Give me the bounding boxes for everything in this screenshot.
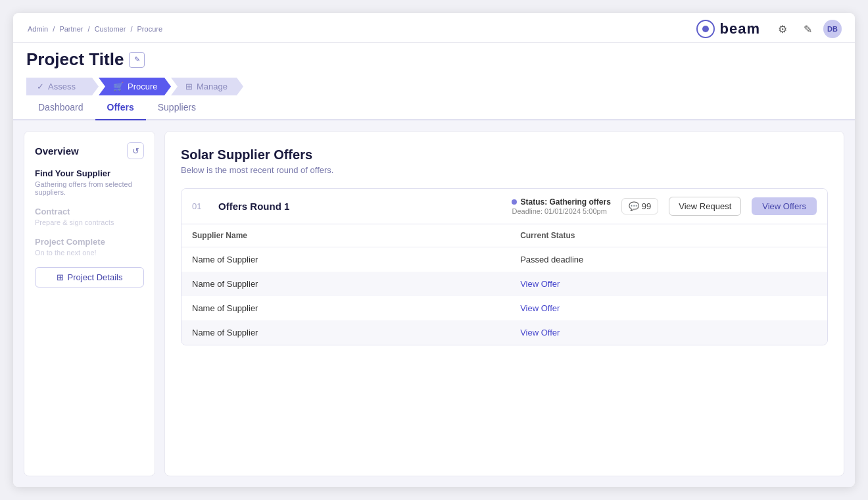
project-title: Project Title bbox=[26, 49, 124, 70]
sidebar-title: Overview bbox=[35, 145, 79, 157]
breadcrumb-sep1: / bbox=[53, 25, 57, 33]
contract-desc: Prepare & sign contracts bbox=[35, 218, 144, 226]
logo-text: beam bbox=[720, 20, 760, 38]
assess-icon: ✓ bbox=[37, 82, 44, 91]
view-offer-link[interactable]: View Offer bbox=[520, 303, 560, 313]
project-complete-title: Project Complete bbox=[35, 237, 144, 247]
status-dot bbox=[512, 199, 517, 205]
breadcrumb-partner[interactable]: Partner bbox=[59, 25, 83, 33]
tab-offers[interactable]: Offers bbox=[95, 95, 146, 120]
offers-panel-title: Solar Supplier Offers bbox=[181, 147, 828, 162]
breadcrumb-sep2: / bbox=[88, 25, 92, 33]
step-assess[interactable]: ✓ Assess bbox=[26, 78, 99, 95]
supplier-name-cell: Name of Supplier bbox=[181, 320, 510, 345]
status-badge: Status: Gathering offers bbox=[512, 197, 610, 207]
edit-page-icon[interactable]: ✎ bbox=[798, 20, 817, 38]
comment-icon: 💬 bbox=[629, 201, 639, 211]
project-details-label: Project Details bbox=[68, 272, 123, 282]
supplier-status-cell: Passed deadline bbox=[510, 247, 827, 272]
tabs-bar: Dashboard Offers Suppliers bbox=[13, 95, 855, 120]
round-title: Offers Round 1 bbox=[218, 201, 501, 212]
supplier-name-cell: Name of Supplier bbox=[181, 296, 510, 320]
logo-area: beam ⚙ ✎ DB bbox=[696, 20, 842, 38]
step-procure[interactable]: 🛒 Procure bbox=[99, 78, 171, 95]
view-request-button[interactable]: View Request bbox=[669, 197, 741, 216]
round-card-1: 01 Offers Round 1 Status: Gathering offe… bbox=[181, 188, 828, 345]
gear-icon[interactable]: ⚙ bbox=[773, 20, 792, 38]
avatar[interactable]: DB bbox=[823, 20, 842, 38]
offers-panel-subtitle: Below is the most recent round of offers… bbox=[181, 165, 828, 175]
step-procure-label: Procure bbox=[128, 82, 158, 91]
topbar: Admin / Partner / Customer / Procure bea… bbox=[13, 13, 855, 43]
deadline-text: Deadline: 01/01/2024 5:00pm bbox=[512, 207, 610, 215]
status-block: Status: Gathering offers Deadline: 01/01… bbox=[512, 197, 610, 215]
col-supplier-name: Supplier Name bbox=[181, 224, 510, 247]
breadcrumb-customer[interactable]: Customer bbox=[95, 25, 126, 33]
project-complete-desc: On to the next one! bbox=[35, 249, 144, 257]
topbar-icons: ⚙ ✎ DB bbox=[773, 20, 842, 38]
sidebar-section-find-supplier: Find Your Supplier Gathering offers from… bbox=[35, 168, 144, 196]
project-edit-button[interactable]: ✎ bbox=[129, 52, 145, 68]
pipeline: ✓ Assess 🛒 Procure ⊞ Manage bbox=[26, 78, 842, 95]
main-content: Overview ↺ Find Your Supplier Gathering … bbox=[13, 120, 855, 487]
table-row: Name of SupplierView Offer bbox=[181, 296, 827, 320]
table-row: Name of SupplierPassed deadline bbox=[181, 247, 827, 272]
history-icon[interactable]: ↺ bbox=[127, 142, 144, 159]
supplier-status-cell[interactable]: View Offer bbox=[510, 320, 827, 345]
view-offer-link[interactable]: View Offer bbox=[520, 328, 560, 338]
find-supplier-title: Find Your Supplier bbox=[35, 168, 144, 178]
tab-dashboard[interactable]: Dashboard bbox=[26, 95, 95, 120]
step-manage-label: Manage bbox=[197, 82, 228, 91]
app-window: Admin / Partner / Customer / Procure bea… bbox=[13, 13, 855, 487]
sidebar-header: Overview ↺ bbox=[35, 142, 144, 159]
supplier-name-cell: Name of Supplier bbox=[181, 247, 510, 272]
breadcrumb: Admin / Partner / Customer / Procure bbox=[26, 25, 164, 33]
supplier-name-cell: Name of Supplier bbox=[181, 272, 510, 296]
table-row: Name of SupplierView Offer bbox=[181, 272, 827, 296]
comments-count: 99 bbox=[642, 201, 651, 211]
round-header: 01 Offers Round 1 Status: Gathering offe… bbox=[181, 189, 827, 224]
sidebar-section-project-complete: Project Complete On to the next one! bbox=[35, 237, 144, 257]
logo-icon bbox=[696, 20, 715, 38]
supplier-table: Supplier Name Current Status Name of Sup… bbox=[181, 224, 827, 345]
sidebar: Overview ↺ Find Your Supplier Gathering … bbox=[24, 131, 155, 476]
project-details-button[interactable]: ⊞ Project Details bbox=[35, 267, 144, 288]
sidebar-section-contract: Contract Prepare & sign contracts bbox=[35, 207, 144, 226]
project-title-row: Project Title ✎ bbox=[26, 49, 842, 70]
supplier-status-cell[interactable]: View Offer bbox=[510, 272, 827, 296]
round-number: 01 bbox=[192, 201, 208, 211]
status-label: Status: Gathering offers bbox=[520, 197, 610, 207]
project-header: Project Title ✎ ✓ Assess 🛒 Procure ⊞ Man… bbox=[13, 43, 855, 95]
tab-suppliers[interactable]: Suppliers bbox=[146, 95, 208, 120]
find-supplier-desc: Gathering offers from selected suppliers… bbox=[35, 180, 144, 196]
step-assess-label: Assess bbox=[48, 82, 76, 91]
view-offer-link[interactable]: View Offer bbox=[520, 279, 560, 289]
breadcrumb-procure[interactable]: Procure bbox=[137, 25, 163, 33]
comments-badge[interactable]: 💬 99 bbox=[621, 198, 658, 214]
breadcrumb-sep3: / bbox=[130, 25, 134, 33]
breadcrumb-admin[interactable]: Admin bbox=[28, 25, 48, 33]
supplier-status-cell[interactable]: View Offer bbox=[510, 296, 827, 320]
step-manage[interactable]: ⊞ Manage bbox=[171, 78, 243, 95]
table-row: Name of SupplierView Offer bbox=[181, 320, 827, 345]
col-current-status: Current Status bbox=[510, 224, 827, 247]
view-offers-button[interactable]: View Offers bbox=[752, 197, 817, 215]
project-details-icon: ⊞ bbox=[57, 272, 64, 282]
procure-icon: 🛒 bbox=[113, 82, 124, 91]
contract-title: Contract bbox=[35, 207, 144, 216]
manage-icon: ⊞ bbox=[185, 82, 193, 91]
offers-panel: Solar Supplier Offers Below is the most … bbox=[164, 131, 844, 476]
